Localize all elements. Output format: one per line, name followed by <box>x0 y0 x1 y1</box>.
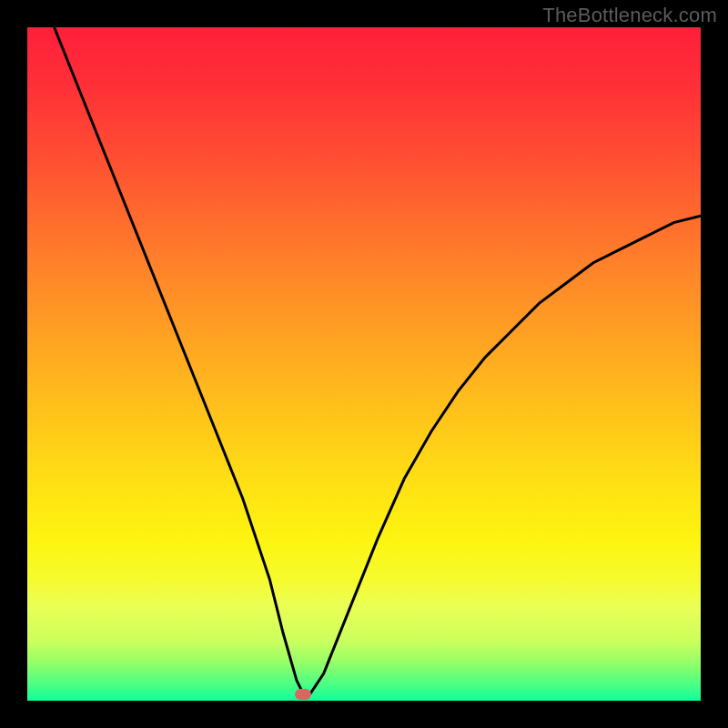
curve-svg <box>27 27 701 701</box>
minimum-marker <box>295 689 311 700</box>
plot-area <box>27 27 701 701</box>
frame-right <box>701 0 728 728</box>
bottleneck-curve <box>55 27 701 694</box>
frame-left <box>0 0 27 728</box>
frame-bottom <box>0 701 728 728</box>
watermark-text: TheBottleneck.com <box>542 4 717 27</box>
